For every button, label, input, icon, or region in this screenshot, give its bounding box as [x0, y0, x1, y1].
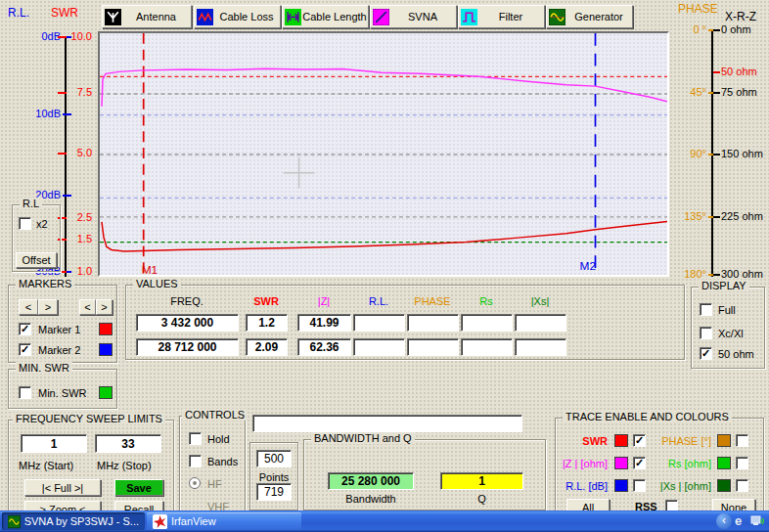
start-freq-input[interactable]: 1 [21, 434, 87, 453]
value-rl-m1[interactable] [353, 314, 405, 332]
ohm-tick-50: 50 ohm [721, 66, 757, 77]
trace-xs-swatch[interactable] [717, 479, 731, 492]
values-header-rs: Rs [457, 295, 516, 307]
cable-length-icon [285, 9, 301, 25]
value-freq-m1[interactable]: 3 432 000 [136, 314, 239, 332]
value-rs-m2[interactable] [461, 338, 513, 356]
hold-checkbox[interactable] [189, 432, 202, 445]
save-button[interactable]: Save [114, 479, 163, 496]
trace-z-checkbox[interactable]: ✓ [633, 457, 646, 469]
marker1-next-button[interactable]: > [38, 299, 58, 315]
svna-icon [373, 9, 389, 25]
filter-button[interactable]: Filter [458, 5, 545, 28]
bands-checkbox[interactable] [189, 455, 202, 467]
full-span-button[interactable]: |< Full >| [24, 479, 101, 496]
value-rs-m1[interactable] [461, 314, 513, 332]
sweep-chart[interactable]: M1M2 [98, 31, 669, 277]
rl-axis-title: R.L. [8, 6, 29, 20]
hf-radio[interactable] [189, 477, 201, 489]
min-swr-checkbox[interactable] [19, 386, 31, 399]
value-swr-m1[interactable]: 1.2 [246, 314, 288, 332]
trace-swr-swatch[interactable] [614, 434, 628, 447]
ohm-tick-150: 150 ohm [721, 148, 763, 159]
antenna-icon [105, 9, 121, 25]
value-xs-m2[interactable] [515, 338, 566, 356]
marker1-checkbox[interactable]: ✓ [19, 323, 31, 335]
bandwidth-label: Bandwidth [328, 493, 414, 505]
ohm-tick-225: 225 ohm [721, 210, 763, 222]
min-swr-panel-title: MIN. SWR [16, 362, 72, 374]
svna-button[interactable]: SVNA [370, 5, 457, 28]
points-bottom-input[interactable]: 719 [256, 483, 292, 501]
value-freq-m2[interactable]: 28 712 000 [136, 338, 239, 356]
generator-button[interactable]: Generator [546, 5, 633, 28]
display-full-checkbox[interactable] [700, 303, 712, 316]
values-header-xs: |Xs| [511, 295, 569, 307]
value-xs-m1[interactable] [515, 314, 566, 332]
value-z-m1[interactable]: 41.99 [297, 314, 351, 332]
trace-rs-label: Rs [ohm] [649, 458, 711, 469]
rl-tick-0db: 0dB [27, 30, 61, 42]
values-header-freq: FREQ. [158, 295, 216, 307]
trace-swr-checkbox[interactable]: ✓ [633, 434, 646, 447]
taskbar: SVNA by SP3SWJ - S... IrfanView ‹ e [0, 510, 769, 532]
trace-rl-checkbox[interactable] [633, 479, 646, 492]
trace-rs-checkbox[interactable] [736, 457, 748, 469]
marker2-next-button[interactable]: > [96, 299, 113, 315]
trace-phase-swatch[interactable] [717, 434, 731, 447]
ohm-tick-0: 0 ohm [721, 23, 751, 35]
display-50ohm-label: 50 ohm [718, 348, 754, 360]
marker1-prev-button[interactable]: < [19, 299, 38, 315]
display-full-label: Full [718, 304, 736, 316]
trace-rl-swatch[interactable] [614, 479, 628, 492]
stop-freq-input[interactable]: 33 [95, 434, 161, 453]
swr-tick-7-5: 7.5 [68, 86, 92, 98]
trace-xs-checkbox[interactable] [736, 479, 748, 492]
value-z-m2[interactable]: 62.36 [297, 338, 351, 356]
tray-app-e-icon[interactable]: e [735, 513, 747, 529]
marker2-prev-button[interactable]: < [79, 299, 96, 315]
q-field[interactable]: 1 [440, 472, 523, 490]
offset-button[interactable]: Offset [16, 252, 57, 268]
values-header-phase: PHASE [403, 295, 462, 307]
taskbar-task-svna[interactable]: SVNA by SP3SWJ - S... [2, 512, 145, 530]
trace-rs-swatch[interactable] [717, 457, 731, 469]
min-swr-color-swatch[interactable] [99, 386, 113, 399]
svna-button-label: SVNA [389, 11, 456, 22]
rl-offset-group: R.L x2 Offset [12, 204, 61, 272]
value-swr-m2[interactable]: 2.09 [246, 338, 288, 356]
trace-panel: TRACE ENABLE AND COLOURS SWR ✓ PHASE [°]… [555, 418, 764, 515]
points-label: Points [250, 471, 297, 483]
trace-z-swatch[interactable] [614, 457, 628, 469]
q-label: Q [440, 493, 523, 505]
antenna-button[interactable]: Antenna [102, 5, 192, 28]
cable-loss-button-label: Cable Loss [213, 11, 280, 22]
trace-phase-checkbox[interactable] [736, 434, 748, 447]
x2-checkbox[interactable] [19, 217, 31, 230]
points-top-input[interactable]: 500 [256, 450, 292, 467]
bandwidth-field[interactable]: 25 280 000 [328, 472, 414, 490]
value-rl-m2[interactable] [353, 338, 405, 356]
display-50ohm-checkbox[interactable]: ✓ [700, 347, 712, 360]
min-swr-panel: MIN. SWR Min. SWR [8, 369, 117, 409]
stop-freq-label: MHz (Stop) [97, 460, 152, 471]
value-phase-m2[interactable] [407, 338, 459, 356]
display-xcxl-checkbox[interactable] [700, 327, 712, 339]
cable-loss-button[interactable]: Cable Loss [194, 5, 281, 28]
marker2-color-swatch[interactable] [99, 343, 113, 356]
cable-length-button[interactable]: Cable Length [282, 5, 369, 28]
taskbar-task-irfanview[interactable]: IrfanView [147, 512, 301, 530]
ohm-tick-300: 300 ohm [721, 268, 763, 280]
tray-network-monitor-icon[interactable] [750, 514, 766, 529]
filter-icon [461, 9, 477, 25]
command-input[interactable] [252, 415, 522, 432]
marker2-checkbox[interactable]: ✓ [19, 343, 31, 356]
display-xcxl-label: Xc/Xl [718, 328, 744, 339]
values-header-rl: R.L. [349, 295, 408, 307]
swr-tick-10: 10.0 [68, 30, 92, 42]
marker1-color-swatch[interactable] [99, 323, 113, 335]
irfanview-icon [153, 514, 167, 529]
value-phase-m1[interactable] [407, 314, 459, 332]
tray-hide-icons-chevron-icon[interactable]: ‹ [716, 513, 732, 529]
markers-panel: MARKERS < > < > ✓ Marker 1 ✓ Marker 2 [8, 285, 117, 363]
